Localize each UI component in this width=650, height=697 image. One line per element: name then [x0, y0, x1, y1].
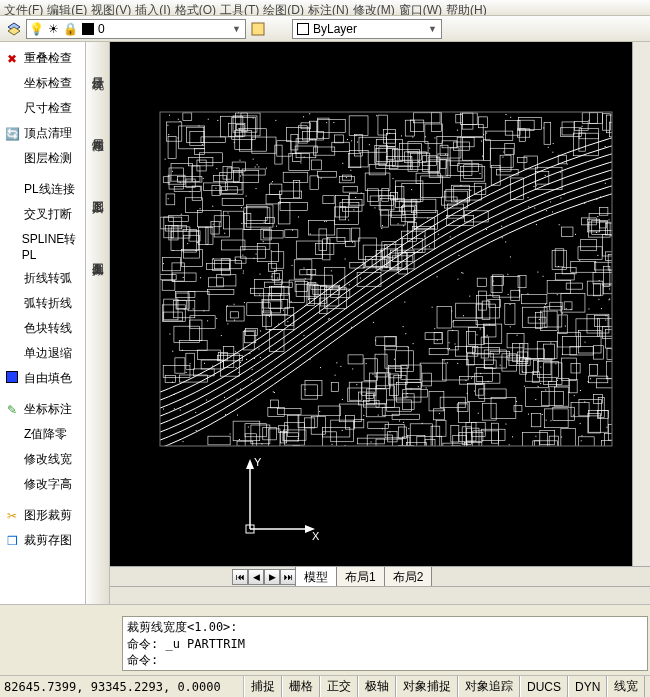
command-line[interactable]: 裁剪线宽度<1.00>: 命令: _u PARTTRIM 命令:	[122, 616, 648, 671]
layout-tab-row: ⏮ ◀ ▶ ⏭ 模型 布局1 布局2	[110, 566, 650, 586]
sidebar-item-icon: 🔄	[4, 127, 20, 141]
layer-combo[interactable]: 💡 ☀ 🔒 0 ▼	[26, 19, 246, 39]
sidebar-item[interactable]: ❒裁剪存图	[0, 528, 85, 553]
sidebar-item[interactable]: 修改字高	[0, 472, 85, 497]
toggle-osnap[interactable]: 对象捕捉	[396, 676, 458, 697]
tab-layout2[interactable]: 布局2	[384, 567, 433, 587]
sidebar-item-label: 尺寸检查	[24, 100, 72, 117]
sidebar-item-label: 色块转线	[24, 320, 72, 337]
sidebar-item[interactable]: 尺寸检查	[0, 96, 85, 121]
sidebar-item[interactable]: 图层检测	[0, 146, 85, 171]
menu-insert[interactable]: 插入(I)	[135, 2, 170, 13]
tab-model[interactable]: 模型	[295, 567, 337, 587]
sidebar-item-label: SPLINE转PL	[22, 231, 81, 262]
tab-nav: ⏮ ◀ ▶ ⏭	[232, 569, 296, 585]
sidebar-item-label: PL线连接	[24, 181, 75, 198]
sidebar-item[interactable]: 🔄顶点清理	[0, 121, 85, 146]
tab-first-button[interactable]: ⏮	[232, 569, 248, 585]
toggle-dyn[interactable]: DYN	[568, 676, 607, 697]
sidebar-item-icon: ✂	[4, 509, 20, 523]
layer-toolbar: 💡 ☀ 🔒 0 ▼ ByLayer ▼	[0, 16, 650, 42]
toggle-lweight[interactable]: 线宽	[607, 676, 645, 697]
sidebar-item-label: 裁剪存图	[24, 532, 72, 549]
tab-layout1[interactable]: 布局1	[336, 567, 385, 587]
sidebar-item[interactable]: ✖重叠检查	[0, 46, 85, 71]
palette-tab-props[interactable]: 属性布局	[87, 124, 108, 136]
toggle-otrack[interactable]: 对象追踪	[458, 676, 520, 697]
sidebar-item-label: 图形裁剪	[24, 507, 72, 524]
menu-bar: 文件(F) 编辑(E) 视图(V) 插入(I) 格式(O) 工具(T) 绘图(D…	[0, 0, 650, 16]
menu-format[interactable]: 格式(O)	[175, 2, 216, 13]
drawing-canvas[interactable]: Y X	[110, 42, 632, 566]
cmd-history-line: 裁剪线宽度<1.00>:	[127, 619, 643, 635]
sidebar-item-label: 修改线宽	[24, 451, 72, 468]
menu-draw[interactable]: 绘图(D)	[263, 2, 304, 13]
sidebar-item-label: 修改字高	[24, 476, 72, 493]
menu-edit[interactable]: 编辑(E)	[47, 2, 87, 13]
menu-window[interactable]: 窗口(W)	[399, 2, 442, 13]
sun-icon: ☀	[48, 22, 59, 36]
main-area: ✖重叠检查坐标检查尺寸检查🔄顶点清理图层检测PL线连接交叉打断SPLINE转PL…	[0, 42, 650, 604]
chevron-down-icon: ▼	[428, 24, 437, 34]
color-combo[interactable]: ByLayer ▼	[292, 19, 442, 39]
menu-dim[interactable]: 标注(N)	[308, 2, 349, 13]
layer-name: 0	[98, 22, 105, 36]
sidebar-item-label: Z值降零	[24, 426, 67, 443]
sidebar-item[interactable]: ✎坐标标注	[0, 397, 85, 422]
vertical-scrollbar[interactable]	[632, 42, 650, 566]
menu-file[interactable]: 文件(F)	[4, 2, 43, 13]
palette-tab-stats[interactable]: 显示统计	[87, 62, 108, 74]
sidebar-item-label: 折线转弧	[24, 270, 72, 287]
sidebar-item-label: 重叠检查	[24, 50, 72, 67]
sidebar-item[interactable]: 单边退缩	[0, 341, 85, 366]
sidebar-item-icon	[4, 371, 20, 386]
tool-sidebar: ✖重叠检查坐标检查尺寸检查🔄顶点清理图层检测PL线连接交叉打断SPLINE转PL…	[0, 42, 86, 604]
toggle-grid[interactable]: 栅格	[282, 676, 320, 697]
separator	[0, 604, 650, 612]
menu-help[interactable]: 帮助(H)	[446, 2, 487, 13]
cmd-history-line: 命令: _u PARTTRIM	[127, 636, 643, 652]
sidebar-item[interactable]: 折线转弧	[0, 266, 85, 291]
tab-next-button[interactable]: ▶	[264, 569, 280, 585]
toggle-ducs[interactable]: DUCS	[520, 676, 568, 697]
sidebar-item[interactable]: 自由填色	[0, 366, 85, 391]
svg-rect-2	[252, 23, 264, 35]
sidebar-item-label: 图层检测	[24, 150, 72, 167]
status-coords: 82645.7399, 93345.2293, 0.0000	[0, 676, 244, 697]
layer-tool-icon[interactable]	[248, 19, 268, 39]
sidebar-item[interactable]: PL线连接	[0, 177, 85, 202]
sidebar-item-label: 交叉打断	[24, 206, 72, 223]
sidebar-item-label: 自由填色	[24, 370, 72, 387]
sidebar-item[interactable]: SPLINE转PL	[0, 227, 85, 266]
sidebar-item-label: 弧转折线	[24, 295, 72, 312]
palette-tab-image[interactable]: 图像工具	[87, 248, 108, 260]
menu-tools[interactable]: 工具(T)	[220, 2, 259, 13]
palette-tab-draw[interactable]: 图形工具	[87, 186, 108, 198]
viewport-column: Y X ⏮ ◀ ▶ ⏭ 模型 布局1 布局2	[110, 42, 650, 604]
menu-view[interactable]: 视图(V)	[91, 2, 131, 13]
cmd-prompt: 命令:	[127, 652, 643, 668]
sidebar-item-label: 顶点清理	[24, 125, 72, 142]
sidebar-item[interactable]: Z值降零	[0, 422, 85, 447]
sidebar-item[interactable]: 坐标检查	[0, 71, 85, 96]
sidebar-item[interactable]: 色块转线	[0, 316, 85, 341]
toggle-snap[interactable]: 捕捉	[244, 676, 282, 697]
sidebar-item[interactable]: ✂图形裁剪	[0, 503, 85, 528]
toggle-polar[interactable]: 极轴	[358, 676, 396, 697]
sidebar-item[interactable]: 交叉打断	[0, 202, 85, 227]
layers-icon[interactable]	[4, 19, 24, 39]
horizontal-scrollbar[interactable]	[110, 586, 650, 604]
status-bar: 82645.7399, 93345.2293, 0.0000 捕捉 栅格 正交 …	[0, 675, 650, 697]
sidebar-item[interactable]: 弧转折线	[0, 291, 85, 316]
toggle-ortho[interactable]: 正交	[320, 676, 358, 697]
tab-last-button[interactable]: ⏭	[280, 569, 296, 585]
sidebar-item-label: 坐标标注	[24, 401, 72, 418]
tab-prev-button[interactable]: ◀	[248, 569, 264, 585]
palette-strip: 显示统计 属性布局 图形工具 图像工具	[86, 42, 110, 604]
bylayer-label: ByLayer	[313, 22, 357, 36]
sidebar-item[interactable]: 修改线宽	[0, 447, 85, 472]
sidebar-item-label: 单边退缩	[24, 345, 72, 362]
layer-color-swatch	[82, 23, 94, 35]
menu-modify[interactable]: 修改(M)	[353, 2, 395, 13]
sidebar-item-icon: ✎	[4, 403, 20, 417]
